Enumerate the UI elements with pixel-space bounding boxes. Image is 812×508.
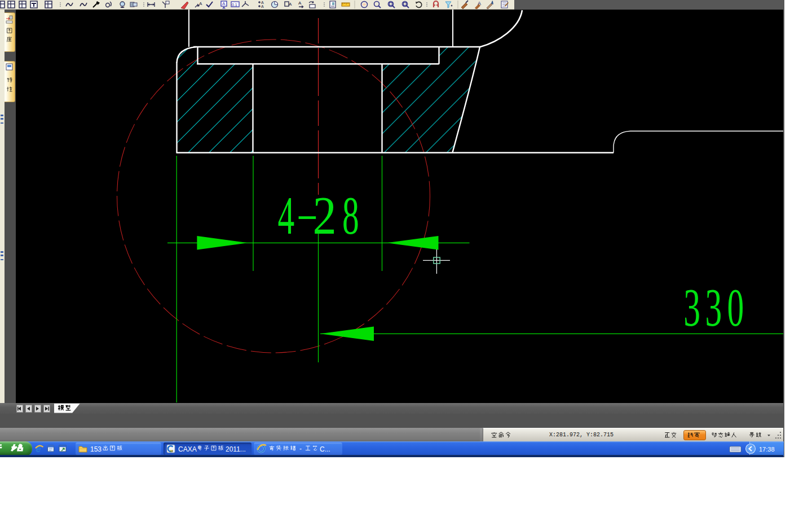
svg-text:153: 153 <box>90 445 102 453</box>
svg-text:C...: C... <box>320 445 330 453</box>
svg-text:2011...: 2011... <box>226 445 246 453</box>
svg-text:3: 3 <box>705 278 722 338</box>
svg-text:M: M <box>170 449 173 453</box>
svg-text:0: 0 <box>727 278 744 338</box>
svg-text:-: - <box>299 445 302 453</box>
svg-text:4: 4 <box>278 186 295 246</box>
svg-text:CAXA: CAXA <box>178 445 197 453</box>
svg-text:17:38: 17:38 <box>759 446 775 453</box>
svg-text:8: 8 <box>342 186 359 246</box>
svg-text:3: 3 <box>683 278 700 338</box>
svg-text:2: 2 <box>312 185 336 246</box>
